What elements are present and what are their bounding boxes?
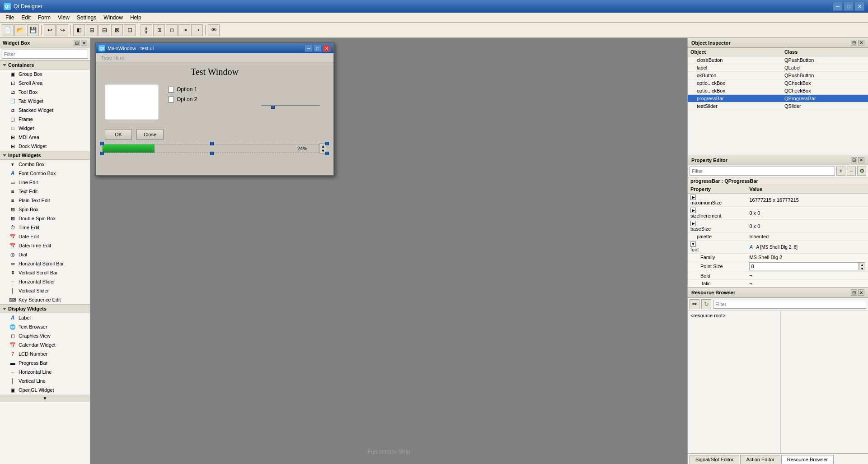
resource-edit-btn[interactable]: ✏ [690,299,699,309]
widget-item-combo-box[interactable]: ▾ Combo Box [0,160,90,169]
property-filter-input[interactable] [690,167,835,176]
tab-resource-browser[interactable]: Resource Browser [781,455,834,464]
resource-tree[interactable]: <resource root> [688,311,781,454]
property-editor-close[interactable]: ✕ [858,157,864,163]
widget-item-plain-text-edit[interactable]: ≡ Plain Text Edit [0,196,90,205]
toolbar-adjust-size[interactable]: ⊞ [153,24,165,36]
resize-handle-tr[interactable] [325,142,329,145]
close-button[interactable]: ✕ [854,2,864,11]
prop-expand-baseSize[interactable]: ▶ [690,221,696,226]
toolbar-layout-grid[interactable]: ⊠ [111,24,123,36]
toolbar-break-layout[interactable]: ╬ [141,24,152,36]
toolbar-save[interactable]: 💾 [27,24,39,36]
table-row[interactable]: label QLabel [688,64,868,72]
widget-item-datetime-edit[interactable]: 📅 Date/Time Edit [0,241,90,250]
minimize-button[interactable]: ─ [833,2,843,11]
toolbar-spacer[interactable]: ◻ [166,24,178,36]
toolbar-buddy[interactable]: ⇢ [191,24,203,36]
section-input-widgets[interactable]: Input Widgets [0,151,90,160]
section-containers[interactable]: Containers [0,60,90,70]
property-filter-settings[interactable]: ⚙ [857,167,866,176]
widget-box-close[interactable]: ✕ [81,40,87,46]
widget-item-graphics-view[interactable]: ◻ Graphics View [0,331,90,340]
widget-item-h-slider[interactable]: ─ Horizontal Slider [0,277,90,286]
widget-item-tool-box[interactable]: 🗂 Tool Box [0,88,90,97]
resource-browser-float[interactable]: ⊟ [851,289,857,296]
widget-box-float[interactable]: ⊟ [74,40,80,46]
resize-handle-tc[interactable] [210,142,214,145]
menu-settings[interactable]: Settings [73,14,100,22]
property-filter-add[interactable]: + [836,167,845,176]
widget-item-stacked-widget[interactable]: ⧉ Stacked Widget [0,106,90,115]
prop-row[interactable]: ▼ font A A [MS Shell Dlg 2, 8] [688,241,868,254]
toolbar-open[interactable]: 📂 [14,24,26,36]
widget-item-h-scrollbar[interactable]: ⇔ Horizontal Scroll Bar [0,259,90,268]
table-row-selected[interactable]: progressBar QProgressBar [688,95,868,102]
widget-item-key-sequence-edit[interactable]: ⌨ Key Sequence Edit [0,295,90,304]
widget-item-mdi-area[interactable]: ⊞ MDI Area [0,133,90,142]
toolbar-widget-editor[interactable]: ◧ [73,24,85,36]
tab-action-editor[interactable]: Action Editor [740,455,780,464]
widget-item-scroll-area[interactable]: ⊡ Scroll Area [0,79,90,88]
object-inspector-close[interactable]: ✕ [858,40,864,46]
toolbar-tab-order[interactable]: ⇥ [178,24,190,36]
toolbar-layout-horizontal[interactable]: ⊞ [86,24,98,36]
widget-item-double-spin-box[interactable]: ⊠ Double Spin Box [0,214,90,223]
toolbar-layout-form[interactable]: ⊡ [124,24,136,36]
prop-row[interactable]: Family MS Shell Dlg 2 [688,254,868,261]
toolbar-redo[interactable]: ↪ [56,24,68,36]
widget-item-text-edit[interactable]: ≡ Text Edit [0,187,90,196]
resize-handle-tl[interactable] [100,142,104,145]
menu-view[interactable]: View [54,14,73,22]
prop-expand-sizeIncrement[interactable]: ▶ [690,208,696,213]
resize-handle-br[interactable] [325,152,329,155]
table-row[interactable]: optio...ckBox QCheckBox [688,79,868,87]
maximize-button[interactable]: □ [844,2,854,11]
menu-window[interactable]: Window [100,14,127,22]
widget-item-date-edit[interactable]: 📅 Date Edit [0,232,90,241]
widget-item-dock-widget[interactable]: ⊟ Dock Widget [0,142,90,151]
scroll-down-arrow[interactable]: ▼ [0,394,90,402]
toolbar-undo[interactable]: ↩ [44,24,56,36]
widget-item-v-scrollbar[interactable]: ⇕ Vertical Scroll Bar [0,268,90,277]
resource-refresh-btn[interactable]: ↻ [701,299,711,309]
widget-item-time-edit[interactable]: ⏱ Time Edit [0,223,90,232]
table-row[interactable]: okButton QPushButton [688,72,868,79]
section-display-widgets[interactable]: Display Widgets [0,304,90,313]
widget-item-h-line[interactable]: ─ Horizontal Line [0,367,90,376]
widget-item-frame[interactable]: ▢ Frame [0,115,90,124]
designer-win-minimize[interactable]: ─ [305,45,313,52]
table-row[interactable]: testSlider QSlider [688,102,868,110]
design-ok-button[interactable]: OK [105,129,132,140]
widget-item-opengl-widget[interactable]: ▣ OpenGL Widget [0,385,90,394]
widget-item-label[interactable]: A Label [0,313,90,322]
widget-item-progress-bar[interactable]: ▬ Progress Bar [0,358,90,367]
widget-item-font-combo-box[interactable]: A Font Combo Box [0,169,90,178]
widget-filter-input[interactable] [2,50,88,59]
prop-row[interactable]: palette Inherited [688,233,868,241]
widget-item-widget[interactable]: □ Widget [0,124,90,133]
property-editor-float[interactable]: ⊟ [851,157,857,163]
prop-row[interactable]: Italic ¬ [688,279,868,287]
toolbar-layout-vertical[interactable]: ⊟ [99,24,110,36]
table-row[interactable]: closeButton QPushButton [688,56,868,64]
prop-expand-font[interactable]: ▼ [690,241,696,247]
widget-item-group-box[interactable]: ▣ Group Box [0,70,90,79]
toolbar-preview[interactable]: 👁 [208,24,220,36]
widget-item-spin-box[interactable]: ⊠ Spin Box [0,205,90,214]
design-checkbox1[interactable] [168,87,174,93]
widget-item-dial[interactable]: ◎ Dial [0,250,90,259]
resource-files[interactable] [781,311,868,454]
property-filter-remove[interactable]: − [847,167,856,176]
designer-win-close[interactable]: ✕ [323,45,331,52]
design-close-button[interactable]: Close [136,129,164,140]
resource-browser-close[interactable]: ✕ [858,289,864,296]
widget-item-v-line[interactable]: │ Vertical Line [0,376,90,385]
table-row[interactable]: optio...ckBox QCheckBox [688,87,868,95]
prop-row[interactable]: ▶ baseSize 0 x 0 [688,220,868,233]
tab-signal-slot[interactable]: Signal/Slot Editor [690,455,739,464]
widget-item-text-browser[interactable]: 🌐 Text Browser [0,322,90,331]
prop-expand-maximumSize[interactable]: ▶ [690,195,696,200]
resize-handle-bl[interactable] [100,152,104,155]
resource-filter-input[interactable] [713,300,866,309]
